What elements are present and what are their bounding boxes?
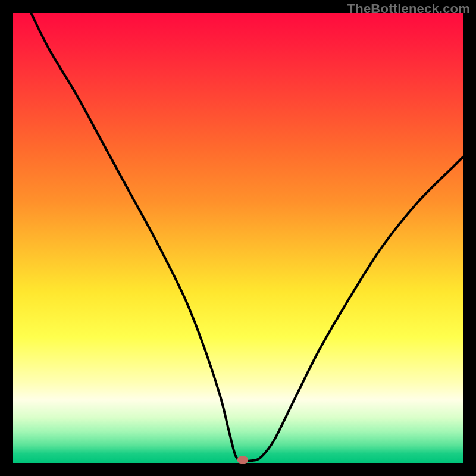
chart-frame: TheBottleneck.com bbox=[0, 0, 476, 476]
plot-area bbox=[13, 13, 463, 463]
bottleneck-curve bbox=[13, 13, 463, 463]
minimum-marker bbox=[237, 456, 248, 464]
